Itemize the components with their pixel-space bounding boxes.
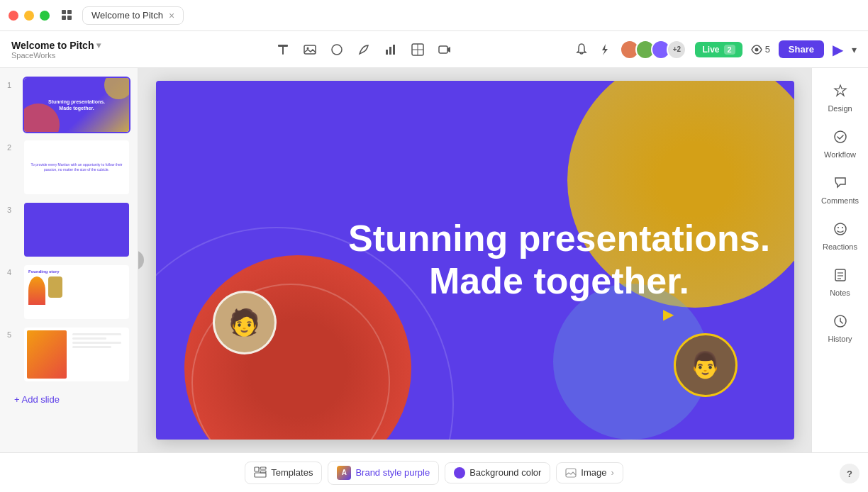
header-left: Welcome to Pitch ▾ SpaceWorks xyxy=(11,40,153,60)
svg-point-16 xyxy=(755,47,758,51)
reactions-label: Reactions xyxy=(823,242,857,251)
views-count: 5 xyxy=(751,44,770,55)
svg-point-20 xyxy=(842,227,843,228)
live-button[interactable]: Live 2 xyxy=(695,42,742,57)
svg-rect-5 xyxy=(282,45,284,55)
slide-number-4: 4 xyxy=(7,264,17,276)
svg-point-18 xyxy=(835,223,846,235)
avatar-face-1: 🧑 xyxy=(215,293,274,352)
reactions-icon xyxy=(833,222,847,240)
sidebar-item-notes[interactable]: Notes xyxy=(816,261,865,304)
minimize-window-control[interactable] xyxy=(24,11,34,21)
main-area: 1 Stunning presentations.Made together. … xyxy=(0,68,868,452)
svg-rect-0 xyxy=(62,10,66,14)
document-title[interactable]: Welcome to Pitch ▾ xyxy=(11,40,153,51)
slide-prev-arrow[interactable]: ‹ xyxy=(138,250,144,270)
svg-rect-9 xyxy=(386,50,388,55)
comments-label: Comments xyxy=(821,196,859,205)
header-right: +2 Live 2 5 Share ▶ ▾ xyxy=(574,40,857,60)
play-button[interactable]: ▶ xyxy=(833,41,843,58)
templates-icon xyxy=(254,466,267,479)
svg-rect-10 xyxy=(389,47,391,55)
draw-tool-icon[interactable] xyxy=(357,43,371,57)
help-button[interactable]: ? xyxy=(840,464,859,483)
slide-thumbnail-5[interactable] xyxy=(23,326,130,383)
presenter-avatar-1: 🧑 xyxy=(213,291,277,354)
share-button[interactable]: Share xyxy=(779,40,824,58)
image-button[interactable]: Image › xyxy=(556,462,623,483)
table-tool-icon[interactable] xyxy=(411,43,425,57)
slide-thumbnail-1[interactable]: Stunning presentations.Made together. xyxy=(23,77,130,133)
templates-button[interactable]: Templates xyxy=(245,462,322,484)
slide-item-1[interactable]: 1 Stunning presentations.Made together. xyxy=(7,77,130,133)
slide-number-5: 5 xyxy=(7,326,17,339)
text-tool-icon[interactable] xyxy=(276,43,290,57)
slide-thumbnail-4[interactable]: Founding story xyxy=(23,264,130,320)
svg-rect-30 xyxy=(566,469,576,477)
canvas-arrow-icon: ▶ xyxy=(663,306,674,323)
add-slide-button[interactable]: + Add slide xyxy=(7,388,130,410)
design-label: Design xyxy=(828,104,852,113)
svg-rect-11 xyxy=(393,45,395,55)
slide-2-thumb-text: To provide every Martian with an opportu… xyxy=(24,158,129,177)
image-tool-icon[interactable] xyxy=(303,43,317,57)
background-color-button[interactable]: Background color xyxy=(445,462,550,483)
document-title-text: Welcome to Pitch xyxy=(11,40,94,51)
notes-label: Notes xyxy=(830,289,850,297)
slide-thumbnail-2[interactable]: To provide every Martian with an opportu… xyxy=(23,139,130,196)
slide-item-2[interactable]: 2 To provide every Martian with an oppor… xyxy=(7,139,130,196)
lightning-icon[interactable] xyxy=(597,43,611,57)
slide-number-1: 1 xyxy=(7,77,17,89)
chart-tool-icon[interactable] xyxy=(384,43,398,57)
slide-item-3[interactable]: 3 xyxy=(7,201,130,258)
close-window-control[interactable] xyxy=(9,11,18,21)
sidebar-item-comments[interactable]: Comments xyxy=(816,169,865,212)
live-label: Live xyxy=(702,45,719,55)
notification-icon[interactable] xyxy=(574,43,589,57)
svg-point-8 xyxy=(332,45,342,55)
slide-item-4[interactable]: 4 Founding story xyxy=(7,264,130,320)
sidebar-item-reactions[interactable]: Reactions xyxy=(816,215,865,258)
title-chevron-icon[interactable]: ▾ xyxy=(96,40,101,50)
svg-rect-3 xyxy=(67,16,72,20)
avatar-overflow: +2 xyxy=(667,40,686,60)
window-controls xyxy=(9,11,50,21)
video-tool-icon[interactable] xyxy=(438,43,452,57)
slide-4-shape1 xyxy=(28,276,45,305)
right-sidebar: Design Workflow Comments Reactions Notes xyxy=(811,68,868,452)
slide-number-3: 3 xyxy=(7,201,17,214)
svg-rect-15 xyxy=(439,46,447,53)
maximize-window-control[interactable] xyxy=(40,11,50,21)
header-chevron-down-icon[interactable]: ▾ xyxy=(852,44,857,55)
bottom-bar: Templates A Brand style purple Backgroun… xyxy=(0,452,868,492)
canvas-main-text: Stunning presentations. Made together. xyxy=(348,218,770,303)
background-color-dot xyxy=(454,467,465,479)
svg-rect-21 xyxy=(835,269,845,281)
workflow-label: Workflow xyxy=(824,150,856,159)
templates-label: Templates xyxy=(271,467,313,478)
svg-point-19 xyxy=(838,227,839,228)
avatar-face-2: 👨 xyxy=(676,335,735,395)
tab-close-icon[interactable]: × xyxy=(169,10,174,21)
slides-panel: 1 Stunning presentations.Made together. … xyxy=(0,68,138,452)
slide-item-5[interactable]: 5 xyxy=(7,326,130,383)
canvas-area: ‹ Stunning presentations. Made together.… xyxy=(138,68,811,452)
slide-4-title: Founding story xyxy=(28,269,125,274)
brand-style-label: Brand style purple xyxy=(355,467,430,478)
shape-tool-icon[interactable] xyxy=(330,43,344,57)
slide-5-left-block xyxy=(27,330,67,379)
sidebar-item-workflow[interactable]: Workflow xyxy=(816,123,865,166)
background-color-label: Background color xyxy=(469,467,541,478)
app-grid-icon[interactable] xyxy=(61,9,74,22)
image-label: Image xyxy=(581,467,606,478)
collaborator-avatars[interactable]: +2 xyxy=(620,40,686,60)
slide-thumbnail-3[interactable] xyxy=(23,201,130,258)
sidebar-item-history[interactable]: History xyxy=(816,307,865,350)
sidebar-item-design[interactable]: Design xyxy=(816,77,865,120)
active-tab[interactable]: Welcome to Pitch × xyxy=(82,6,184,25)
presenter-avatar-2: 👨 xyxy=(674,333,738,397)
svg-rect-6 xyxy=(304,45,316,54)
svg-point-17 xyxy=(835,131,846,142)
brand-style-button[interactable]: A Brand style purple xyxy=(328,461,439,485)
svg-rect-26 xyxy=(255,467,259,471)
